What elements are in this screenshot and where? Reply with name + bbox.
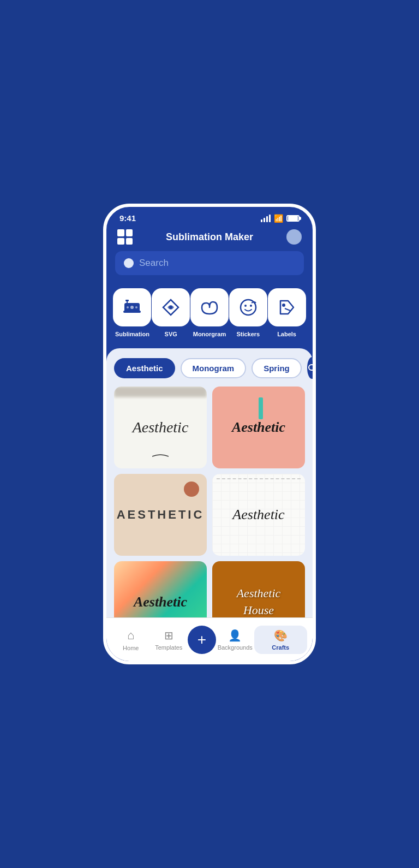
labels-tag-icon (277, 298, 297, 317)
svg-point-9 (244, 305, 247, 307)
stickers-icon-box (229, 288, 267, 326)
filter-bar: Aesthetic Monogram Spring (106, 348, 313, 384)
svg-point-6 (135, 306, 137, 308)
grid-item-1[interactable]: Aesthetic (114, 387, 207, 468)
add-button[interactable]: + (188, 626, 216, 654)
sublimation-icon (122, 298, 142, 317)
filter-aesthetic[interactable]: Aesthetic (114, 358, 175, 378)
bottom-navigation: ⌂ Home ⊞ Templates + 👤 Backgrounds 🎨 Cra… (106, 617, 313, 661)
teal-accent (259, 397, 263, 419)
categories-row: Sublimation SVG Monorgram (106, 284, 313, 348)
time-display: 9:41 (119, 213, 136, 223)
monogram-icon-box (190, 288, 229, 326)
app-title: Sublimation Maker (166, 231, 253, 243)
svg-icon-box (152, 288, 190, 326)
filter-monogram[interactable]: Monogram (181, 358, 247, 378)
svg-pen-icon (161, 298, 181, 317)
home-label: Home (123, 645, 139, 651)
main-content: Aesthetic Monogram Spring Aesthetic (106, 348, 313, 617)
signal-icon (261, 215, 271, 222)
nav-templates[interactable]: ⊞ Templates (150, 629, 188, 651)
grid-item-4-text: Aesthetic (227, 501, 290, 528)
svg-point-5 (127, 306, 129, 308)
search-icon (124, 258, 134, 268)
crafts-icon: 🎨 (274, 629, 288, 642)
status-icons: 📶 (261, 214, 300, 223)
phone-frame: 9:41 📶 Sublimation Maker Search (103, 204, 316, 664)
grid-item-5-text: Aesthetic (128, 588, 193, 616)
category-stickers[interactable]: Stickers (229, 288, 267, 337)
backgrounds-icon: 👤 (228, 629, 242, 642)
add-icon: + (197, 632, 206, 647)
grid-item-6[interactable]: AestheticHouse (212, 561, 305, 617)
svg-rect-3 (125, 300, 129, 301)
design-grid: Aesthetic Aesthetic AESTHETIC Aesthe (106, 384, 313, 617)
status-bar: 9:41 📶 (106, 207, 313, 225)
search-placeholder: Search (139, 258, 169, 269)
svg-line-12 (285, 308, 290, 311)
labels-icon-box (268, 288, 306, 326)
svg-point-11 (282, 304, 285, 307)
grid-item-3[interactable]: AESTHETIC (114, 474, 207, 556)
nav-home[interactable]: ⌂ Home (112, 628, 150, 651)
monogram-label: Monorgram (193, 331, 226, 337)
grid-item-2[interactable]: Aesthetic (212, 387, 305, 468)
battery-icon (286, 215, 300, 222)
grid-item-1-text: Aesthetic (127, 413, 194, 442)
grid-item-3-text: AESTHETIC (114, 502, 207, 527)
category-sublimation[interactable]: Sublimation (113, 288, 151, 337)
sublimation-label: Sublimation (115, 331, 149, 337)
category-svg[interactable]: SVG (152, 288, 190, 337)
labels-label: Labels (277, 331, 296, 337)
grid-item-4[interactable]: Aesthetic (212, 474, 305, 556)
svg-point-13 (309, 365, 313, 370)
crafts-label: Crafts (272, 644, 289, 651)
grid-item-6-text: AestheticHouse (231, 580, 286, 617)
search-icon-white (307, 363, 313, 373)
templates-label: Templates (155, 644, 182, 651)
search-bar[interactable]: Search (115, 251, 304, 275)
home-icon: ⌂ (127, 628, 134, 643)
backgrounds-label: Backgrounds (218, 644, 253, 651)
sublimation-icon-box (113, 288, 151, 326)
header-toggle-button[interactable] (286, 229, 302, 245)
app-header: Sublimation Maker (106, 225, 313, 251)
category-monogram[interactable]: Monorgram (190, 288, 229, 337)
grid-item-5[interactable]: Aesthetic (114, 561, 207, 617)
filter-spring[interactable]: Spring (252, 358, 302, 378)
monogram-spiral-icon (200, 298, 219, 317)
grid-menu-icon[interactable] (117, 229, 133, 245)
templates-icon: ⊞ (164, 629, 173, 642)
stickers-label: Stickers (236, 331, 260, 337)
nav-crafts[interactable]: 🎨 Crafts (254, 626, 308, 654)
svg-point-4 (130, 306, 134, 309)
svg-point-7 (169, 306, 172, 309)
svg-point-10 (250, 305, 252, 307)
category-labels[interactable]: Labels (268, 288, 306, 337)
stickers-face-icon (238, 298, 258, 317)
svg-rect-1 (123, 311, 141, 313)
wifi-icon: 📶 (274, 214, 283, 223)
filter-search-button[interactable] (307, 357, 313, 379)
svg-label: SVG (165, 331, 177, 337)
nav-backgrounds[interactable]: 👤 Backgrounds (216, 629, 254, 651)
